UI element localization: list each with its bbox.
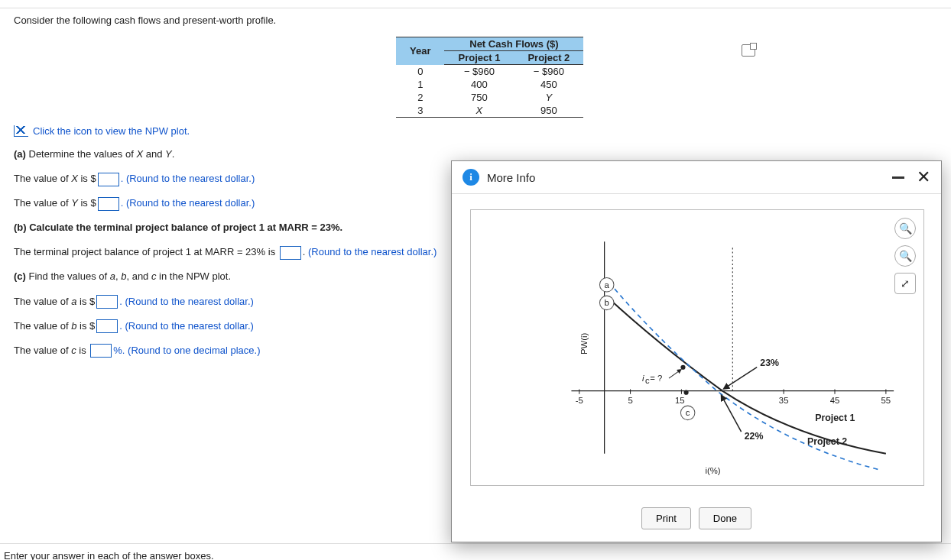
input-x[interactable] <box>98 173 119 186</box>
print-button[interactable]: Print <box>641 507 691 529</box>
svg-text:22%: 22% <box>745 431 764 442</box>
view-npw-label: Click the icon to view the NPW plot. <box>33 125 190 137</box>
input-a[interactable] <box>96 295 118 309</box>
input-tpb[interactable] <box>280 246 301 260</box>
done-button[interactable]: Done <box>699 507 751 529</box>
svg-point-26 <box>684 390 689 395</box>
zoom-in-icon[interactable]: 🔍 <box>894 218 916 239</box>
col-p1: Project 1 <box>444 51 514 65</box>
view-npw-link[interactable]: Click the icon to view the NPW plot. <box>14 125 937 137</box>
svg-text:55: 55 <box>881 396 891 405</box>
popout-icon[interactable] <box>742 44 755 57</box>
footer-instruction: Enter your answer in each of the answer … <box>0 543 951 560</box>
svg-text:b: b <box>605 298 609 307</box>
svg-line-24 <box>669 371 680 378</box>
col-p2: Project 2 <box>514 51 583 65</box>
svg-text:5: 5 <box>628 396 632 405</box>
close-icon[interactable]: ✕ <box>917 170 930 184</box>
svg-text:a: a <box>605 280 610 290</box>
info-icon: i <box>463 169 479 186</box>
expand-icon[interactable]: ⤢ <box>894 273 916 294</box>
col-year: Year <box>396 37 444 65</box>
table-row: 3 X 950 <box>396 104 583 118</box>
svg-text:PW(i): PW(i) <box>579 333 589 354</box>
input-b[interactable] <box>96 319 118 333</box>
svg-text:15: 15 <box>675 396 685 405</box>
modal-title: More Info <box>487 171 892 184</box>
zoom-out-icon[interactable]: 🔍 <box>894 245 916 267</box>
svg-text:c: c <box>686 408 690 417</box>
svg-text:35: 35 <box>779 396 789 405</box>
svg-point-25 <box>680 365 685 370</box>
svg-text:i: i <box>642 374 644 383</box>
cashflow-table: Year Net Cash Flows ($) Project 1 Projec… <box>396 37 583 118</box>
svg-text:Project 2: Project 2 <box>807 436 847 447</box>
table-row: 0 − $960 − $960 <box>396 65 583 79</box>
svg-line-28 <box>725 367 757 388</box>
svg-text:i(%): i(%) <box>706 466 721 475</box>
minimize-icon[interactable] <box>892 176 904 179</box>
intro-text: Consider the following cash flows and pr… <box>14 15 937 26</box>
svg-text:c: c <box>645 376 650 385</box>
input-c[interactable] <box>90 344 112 358</box>
svg-text:-5: -5 <box>576 396 583 405</box>
svg-text:Project 1: Project 1 <box>815 413 855 423</box>
npw-plot: 🔍 🔍 ⤢ <box>470 209 924 486</box>
svg-text:23%: 23% <box>760 358 779 368</box>
svg-text:45: 45 <box>830 396 840 405</box>
more-info-modal: i More Info ✕ 🔍 🔍 ⤢ <box>451 160 942 542</box>
chart-icon <box>14 125 28 137</box>
col-ncf: Net Cash Flows ($) <box>444 37 583 51</box>
svg-line-30 <box>722 397 742 432</box>
input-y[interactable] <box>98 197 119 211</box>
svg-text:= ?: = ? <box>650 374 662 383</box>
npw-svg: -5 5 15 35 45 55 <box>471 210 923 485</box>
table-row: 2 750 Y <box>396 91 583 104</box>
table-row: 1 400 450 <box>396 78 583 91</box>
